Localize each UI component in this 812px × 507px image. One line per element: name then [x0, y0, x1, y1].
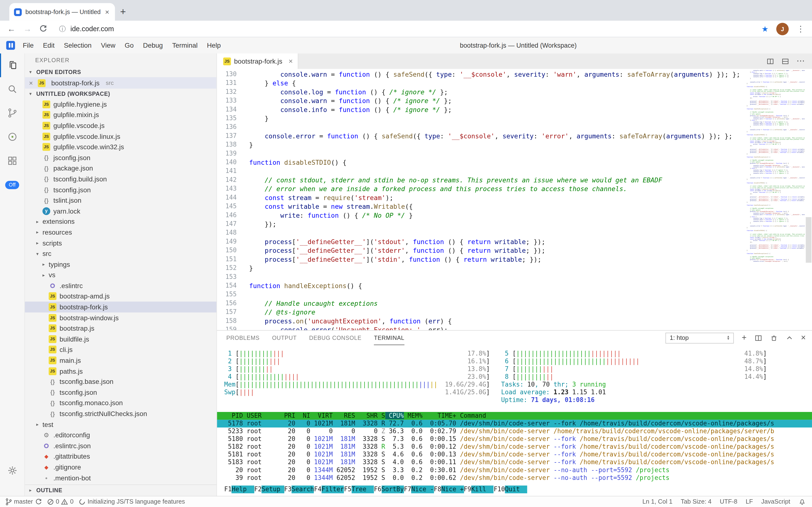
panel-tab-terminal[interactable]: TERMINAL — [374, 331, 404, 345]
fkey-F9[interactable]: F9 — [464, 486, 471, 493]
tree-item-.mention-bot[interactable]: ●.mention-bot — [25, 472, 216, 483]
tab-close-icon[interactable]: × — [289, 57, 293, 65]
tree-item-.editorconfig[interactable]: ⚙.editorconfig — [25, 430, 216, 441]
tree-item-gulpfile.hygiene.js[interactable]: JSgulpfile.hygiene.js — [25, 99, 216, 110]
split-editor-icon[interactable] — [766, 57, 774, 65]
workspace-section[interactable]: ▾ UNTITLED (WORKSPACE) — [25, 89, 216, 99]
fkey-F10-label[interactable]: Quit — [505, 486, 527, 493]
tree-item-bootstrap-fork.js[interactable]: JSbootstrap-fork.js — [25, 302, 216, 312]
editor-scrollbar[interactable] — [806, 217, 812, 263]
refresh-icon[interactable] — [40, 25, 47, 33]
browser-tab[interactable]: bootstrap-fork.js — Untitled (W × — [9, 3, 115, 21]
fkey-F3[interactable]: F3 — [284, 486, 292, 493]
menu-terminal[interactable]: Terminal — [168, 37, 202, 53]
fkey-F10[interactable]: F10 — [494, 486, 505, 493]
tree-item-tsconfig.strictNullChecks.json[interactable]: {}tsconfig.strictNullChecks.json — [25, 408, 216, 419]
tree-item-scripts[interactable]: ▸scripts — [25, 238, 216, 248]
extension-circle-icon[interactable] — [0, 125, 25, 149]
tree-item-gulpfile.vscode.js[interactable]: JSgulpfile.vscode.js — [25, 120, 216, 131]
search-icon[interactable] — [0, 77, 25, 101]
avatar[interactable]: J — [776, 22, 789, 35]
forward-icon[interactable]: → — [23, 25, 32, 33]
tree-item-typings[interactable]: ▸typings — [25, 259, 216, 270]
tree-item-extensions[interactable]: ▸extensions — [25, 216, 216, 227]
code-editor[interactable]: 130 console.warn = function () { safeSen… — [217, 69, 812, 330]
split-terminal-icon[interactable] — [754, 334, 762, 342]
fkey-F6-label[interactable]: SortBy — [381, 486, 404, 493]
settings-gear-icon[interactable] — [0, 458, 25, 482]
fkey-F4-label[interactable]: Filter — [321, 486, 344, 493]
language-mode[interactable]: JavaScript — [761, 498, 790, 505]
panel-tab-debug-console[interactable]: DEBUG CONSOLE — [309, 331, 362, 345]
close-icon[interactable]: × — [29, 79, 35, 87]
tree-item-bootstrap-window.js[interactable]: JSbootstrap-window.js — [25, 312, 216, 323]
tree-item-paths.js[interactable]: JSpaths.js — [25, 366, 216, 376]
editor-layout-icon[interactable] — [782, 57, 789, 65]
fkey-F2-label[interactable]: Setup — [261, 486, 284, 493]
url-text[interactable]: ide.coder.com — [70, 25, 114, 33]
sync-icon[interactable] — [35, 498, 42, 505]
tab-close-icon[interactable]: × — [104, 8, 110, 16]
open-editors-section[interactable]: ▾ OPEN EDITORS — [25, 67, 216, 77]
tree-item-gulpfile.vscode.win32.js[interactable]: JSgulpfile.vscode.win32.js — [25, 142, 216, 152]
kill-terminal-icon[interactable] — [770, 334, 778, 342]
outline-section[interactable]: ▸ OUTLINE — [25, 484, 216, 496]
menu-file[interactable]: File — [18, 37, 38, 53]
panel-tab-problems[interactable]: PROBLEMS — [226, 331, 260, 345]
branch-indicator[interactable]: master — [5, 498, 42, 506]
fkey-F5[interactable]: F5 — [344, 486, 352, 493]
fkey-F8-label[interactable]: Nice + — [441, 486, 464, 493]
fkey-F4[interactable]: F4 — [314, 486, 321, 493]
tree-item-bootstrap-amd.js[interactable]: JSbootstrap-amd.js — [25, 291, 216, 302]
tree-item-.eslintrc[interactable]: .eslintrc — [25, 280, 216, 291]
fkey-F9-label[interactable]: Kill — [471, 486, 494, 493]
menu-debug[interactable]: Debug — [138, 37, 168, 53]
tree-item-resources[interactable]: ▸resources — [25, 227, 216, 238]
fkey-F7[interactable]: F7 — [404, 486, 412, 493]
tree-item-tsconfig.base.json[interactable]: {}tsconfig.base.json — [25, 376, 216, 387]
menu-go[interactable]: Go — [120, 37, 138, 53]
tree-item-tslint.json[interactable]: {}tslint.json — [25, 195, 216, 206]
tree-item-src[interactable]: ▾src — [25, 248, 216, 259]
tree-item-.gitignore[interactable]: ◆.gitignore — [25, 462, 216, 472]
tree-item-yarn.lock[interactable]: yyarn.lock — [25, 206, 216, 216]
tree-item-tsconfig.monaco.json[interactable]: {}tsconfig.monaco.json — [25, 398, 216, 408]
tree-item-package.json[interactable]: {}package.json — [25, 163, 216, 174]
eol[interactable]: LF — [746, 498, 753, 505]
tree-item-tsconfig.build.json[interactable]: {}tsconfig.build.json — [25, 174, 216, 184]
open-editor-item[interactable]: × JS bootstrap-fork.js src — [25, 77, 216, 89]
fkey-F6[interactable]: F6 — [374, 486, 381, 493]
tree-item-tsconfig.json[interactable]: {}tsconfig.json — [25, 184, 216, 195]
menu-selection[interactable]: Selection — [59, 37, 96, 53]
source-control-icon[interactable] — [0, 101, 25, 125]
tree-item-vs[interactable]: ▸vs — [25, 270, 216, 280]
panel-tab-output[interactable]: OUTPUT — [272, 331, 297, 345]
new-tab-button[interactable]: + — [120, 7, 126, 17]
terminal-output[interactable]: 1 [|||||||||||| 17.8%] 5 [||||||||||||||… — [217, 345, 812, 486]
tree-item-gulpfile.vscode.linux.js[interactable]: JSgulpfile.vscode.linux.js — [25, 131, 216, 142]
editor-tab[interactable]: JS bootstrap-fork.js × — [217, 53, 299, 69]
maximize-panel-icon[interactable] — [786, 334, 793, 342]
notifications-bell-icon[interactable] — [799, 498, 806, 505]
menu-help[interactable]: Help — [202, 37, 226, 53]
encoding[interactable]: UTF-8 — [720, 498, 738, 505]
new-terminal-icon[interactable]: + — [742, 334, 747, 342]
tree-item-.gitattributes[interactable]: ◆.gitattributes — [25, 451, 216, 462]
tree-item-cli.js[interactable]: JScli.js — [25, 344, 216, 355]
menu-view[interactable]: View — [96, 37, 120, 53]
fkey-F2[interactable]: F2 — [254, 486, 261, 493]
address-bar[interactable]: ⓘ ide.coder.com — [55, 24, 754, 34]
tree-item-tsconfig.json[interactable]: {}tsconfig.json — [25, 387, 216, 398]
tree-item-jsconfig.json[interactable]: {}jsconfig.json — [25, 152, 216, 163]
site-info-icon[interactable]: ⓘ — [59, 24, 66, 34]
tab-size[interactable]: Tab Size: 4 — [681, 498, 711, 505]
extensions-icon[interactable] — [0, 149, 25, 173]
fkey-F7-label[interactable]: Nice - — [412, 486, 434, 493]
cursor-position[interactable]: Ln 1, Col 1 — [642, 498, 672, 505]
explorer-activity-icon[interactable] — [0, 53, 25, 77]
browser-menu-icon[interactable]: ⋮ — [797, 24, 805, 34]
tree-item-bootstrap.js[interactable]: JSbootstrap.js — [25, 323, 216, 334]
terminal-select[interactable]: 1: htop ▲▼ — [666, 332, 734, 343]
tree-item-test[interactable]: ▸test — [25, 419, 216, 430]
menu-edit[interactable]: Edit — [38, 37, 59, 53]
